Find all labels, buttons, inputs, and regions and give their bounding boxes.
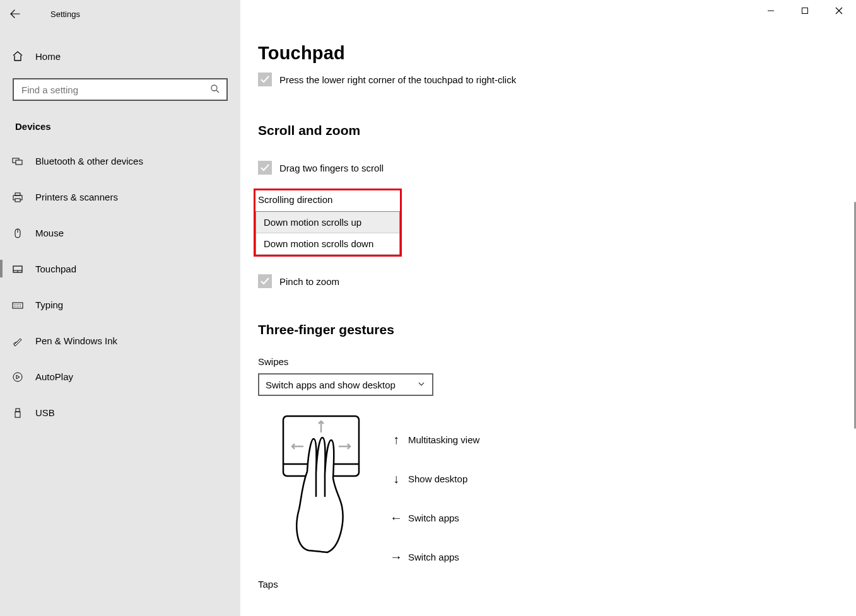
search-box[interactable] [13, 78, 228, 101]
gesture-down-label: Show desktop [408, 474, 467, 484]
three-finger-heading: Three-finger gestures [258, 322, 856, 337]
nav-home-label: Home [35, 51, 61, 62]
nav-usb[interactable]: USB [0, 395, 240, 431]
right-click-checkbox-row[interactable]: Press the lower right corner of the touc… [258, 73, 856, 86]
back-arrow-icon [10, 9, 20, 19]
checkbox-checked-icon[interactable] [258, 274, 272, 288]
nav-typing-label: Typing [35, 299, 63, 310]
gesture-left-row: ← Switch apps [384, 498, 479, 537]
nav-home[interactable]: Home [0, 40, 240, 72]
svg-point-0 [211, 85, 217, 91]
taps-label: Taps [258, 579, 856, 590]
svg-rect-18 [802, 8, 808, 14]
category-label: Devices [15, 121, 240, 132]
checkbox-checked-icon[interactable] [258, 161, 272, 175]
dropdown-option-scrolls-down[interactable]: Down motion scrolls down [256, 233, 399, 255]
scrolling-direction-dropdown-highlight: Scrolling direction Down motion scrolls … [254, 189, 402, 257]
scroll-zoom-heading: Scroll and zoom [258, 123, 856, 138]
scrolling-direction-dropdown[interactable]: Down motion scrolls up Down motion scrol… [255, 211, 400, 255]
svg-rect-4 [15, 193, 20, 195]
minimize-icon [767, 7, 775, 15]
nav-bluetooth-label: Bluetooth & other devices [35, 156, 143, 166]
search-input[interactable] [14, 84, 226, 96]
arrow-right-icon: → [384, 550, 408, 564]
right-click-label: Press the lower right corner of the touc… [279, 74, 516, 85]
swipes-label: Swipes [258, 356, 856, 367]
usb-icon [0, 407, 35, 419]
touchpad-icon [0, 264, 35, 275]
gesture-down-row: ↓ Show desktop [384, 459, 479, 498]
gesture-right-row: → Switch apps [384, 537, 479, 576]
drag-scroll-checkbox-row[interactable]: Drag two fingers to scroll [258, 161, 856, 175]
page-title: Touchpad [258, 43, 856, 64]
arrow-up-icon: ↑ [384, 433, 408, 447]
nav-bluetooth[interactable]: Bluetooth & other devices [0, 143, 240, 179]
close-button[interactable] [822, 0, 856, 21]
nav-printers[interactable]: Printers & scanners [0, 179, 240, 215]
gesture-up-row: ↑ Multitasking view [384, 420, 479, 459]
app-title: Settings [30, 9, 80, 19]
minimize-button[interactable] [754, 0, 788, 21]
pen-icon [0, 335, 35, 347]
svg-point-14 [13, 373, 22, 381]
nav-pen[interactable]: Pen & Windows Ink [0, 323, 240, 359]
swipes-select[interactable]: Switch apps and show desktop [258, 373, 433, 396]
nav-mouse-label: Mouse [35, 228, 64, 238]
swipes-selected-value: Switch apps and show desktop [266, 380, 396, 390]
svg-rect-2 [16, 160, 22, 165]
window-controls [754, 0, 856, 21]
maximize-button[interactable] [788, 0, 822, 21]
gesture-right-label: Switch apps [408, 552, 459, 562]
pinch-zoom-label: Pinch to zoom [279, 276, 339, 287]
nav-typing[interactable]: Typing [0, 287, 240, 323]
svg-rect-15 [16, 409, 20, 412]
printer-icon [0, 192, 35, 203]
nav-usb-label: USB [35, 407, 55, 418]
search-wrap [13, 78, 228, 101]
drag-scroll-label: Drag two fingers to scroll [279, 163, 384, 173]
nav-printers-label: Printers & scanners [35, 192, 118, 202]
chevron-down-icon [417, 380, 426, 390]
gesture-region: ↑ Multitasking view ↓ Show desktop ← Swi… [258, 415, 856, 576]
arrow-left-icon: ← [384, 511, 408, 525]
nav-touchpad-label: Touchpad [35, 264, 76, 274]
home-icon [0, 50, 35, 62]
svg-rect-5 [15, 199, 20, 202]
bluetooth-icon [0, 156, 35, 167]
sidebar: Settings Home Devices Bluetooth & other … [0, 0, 240, 616]
main-content: Touchpad Press the lower right corner of… [240, 0, 856, 616]
nav-mouse[interactable]: Mouse [0, 215, 240, 251]
close-icon [835, 7, 843, 15]
keyboard-icon [0, 299, 35, 311]
maximize-icon [801, 7, 809, 15]
pinch-zoom-checkbox-row[interactable]: Pinch to zoom [258, 274, 856, 288]
gesture-illustration [258, 415, 384, 576]
autoplay-icon [0, 371, 35, 383]
nav-autoplay-label: AutoPlay [35, 371, 73, 382]
arrow-down-icon: ↓ [384, 472, 408, 486]
gesture-list: ↑ Multitasking view ↓ Show desktop ← Swi… [384, 415, 479, 576]
gesture-left-label: Switch apps [408, 513, 459, 523]
dropdown-option-scrolls-up[interactable]: Down motion scrolls up [256, 212, 399, 233]
back-button[interactable] [0, 0, 30, 28]
nav-pen-label: Pen & Windows Ink [35, 335, 117, 346]
search-icon [210, 84, 220, 96]
svg-rect-11 [13, 303, 23, 308]
svg-rect-16 [15, 412, 20, 417]
nav-autoplay[interactable]: AutoPlay [0, 359, 240, 395]
header-bar: Settings [0, 0, 240, 28]
gesture-up-label: Multitasking view [408, 434, 479, 445]
scrolling-direction-label: Scrolling direction [255, 190, 400, 211]
nav-touchpad[interactable]: Touchpad [0, 251, 240, 287]
mouse-icon [0, 228, 35, 239]
checkbox-checked-icon[interactable] [258, 73, 272, 86]
